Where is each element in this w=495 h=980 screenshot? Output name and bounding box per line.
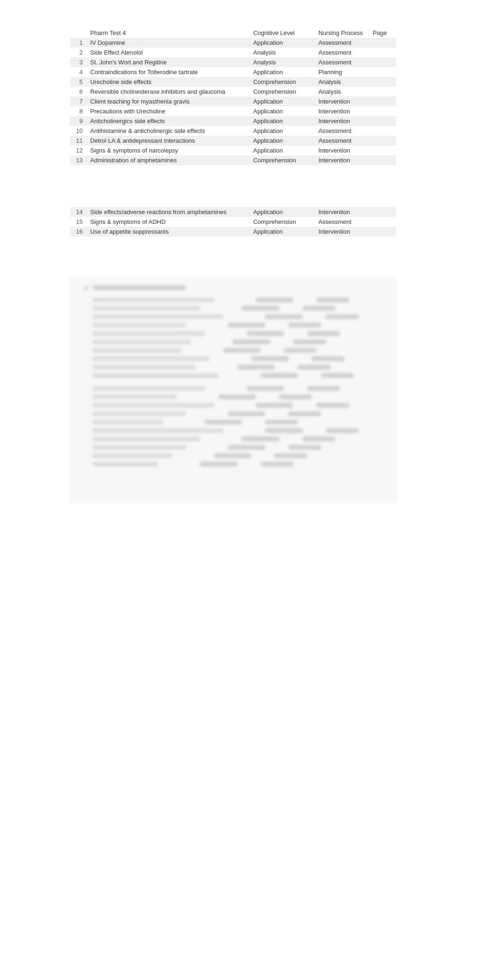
row-page <box>369 97 396 106</box>
blur-r4-topic <box>93 323 186 327</box>
table-row: 2 Side Effect Atenolol Analysis Assessme… <box>70 48 396 57</box>
row-topic: St. John's Wort and Regitine <box>87 57 250 67</box>
blur-r20-np <box>261 462 293 466</box>
row-topic: Side effects/adverse reactions from amph… <box>87 207 250 217</box>
blur-r15-cog <box>205 420 242 424</box>
blur-row-4 <box>75 322 391 328</box>
row-nursing: Assessment <box>315 38 369 48</box>
row-cognitive: Application <box>249 207 315 217</box>
main-table-1: Pharm Test 4 Cognitive Level Nursing Pro… <box>70 28 396 165</box>
table-row: 16 Use of appetite suppressants Applicat… <box>70 227 396 236</box>
row-topic: Detrol LA & antidepressant interactions <box>87 136 250 146</box>
blur-r7-cog <box>223 348 261 353</box>
section2-table: 14 Side effects/adverse reactions from a… <box>70 207 425 236</box>
blur-r1-np <box>316 298 349 302</box>
row-page <box>369 87 396 97</box>
row-cognitive: Comprehension <box>249 217 315 227</box>
blur-r8-cog <box>251 356 289 361</box>
blur-row-18 <box>75 444 391 451</box>
row-page <box>369 155 396 165</box>
row-topic: Urecholine side effects <box>87 77 250 87</box>
row-topic: Anticholinergics side effects <box>87 116 250 126</box>
blur-r15-np <box>265 420 298 424</box>
blur-r4-cog <box>228 323 265 327</box>
blur-r7-topic <box>93 348 181 353</box>
blur-r9-np <box>298 365 330 369</box>
table-row: 8 Precautions with Urecholine Applicatio… <box>70 106 396 116</box>
table-header-row: Pharm Test 4 Cognitive Level Nursing Pro… <box>70 28 396 38</box>
blur-r14-cog <box>228 411 265 416</box>
blur-row-20 <box>75 461 391 467</box>
blur-r13-np <box>316 403 349 408</box>
blur-r20-topic <box>93 462 158 466</box>
blur-row-17 <box>75 436 391 442</box>
blur-r18-np <box>289 445 321 450</box>
row-topic: Use of appetite suppressants <box>87 227 250 236</box>
blur-r17-num <box>75 437 89 441</box>
blur-row-7 <box>75 347 391 354</box>
row-cognitive: Comprehension <box>249 77 315 87</box>
row-num: 8 <box>70 106 87 116</box>
main-table-2: 14 Side effects/adverse reactions from a… <box>70 207 396 236</box>
row-num: 10 <box>70 126 87 136</box>
table-row: 10 Antihistamine & anticholinergic side … <box>70 126 396 136</box>
blur-section-label: 17 <box>75 284 391 294</box>
blur-r19-topic <box>93 453 172 458</box>
blur-r5-np <box>307 331 340 336</box>
blur-r16-cog <box>265 428 302 433</box>
gap-2 <box>70 255 425 278</box>
row-num: 4 <box>70 67 87 77</box>
blur-r15-num <box>75 420 89 424</box>
row-page <box>369 126 396 136</box>
blur-r10-np <box>321 373 354 378</box>
row-topic: Administration of amphetamines <box>87 155 250 165</box>
row-cognitive: Application <box>249 136 315 146</box>
row-nursing: Planning <box>315 67 369 77</box>
blur-r11-topic <box>93 386 205 391</box>
blur-row-9 <box>75 364 391 370</box>
row-cognitive: Application <box>249 97 315 106</box>
blur-r9-num <box>75 365 89 369</box>
blur-r17-cog <box>242 437 279 441</box>
blurred-content: 17 <box>70 278 396 502</box>
blur-r2-np <box>302 306 335 311</box>
blur-r14-topic <box>93 411 186 416</box>
row-num: 14 <box>70 207 87 217</box>
blur-r5-topic <box>93 331 205 336</box>
row-topic: Contraindications for Tolterodine tartra… <box>87 67 250 77</box>
blur-row-13 <box>75 402 391 409</box>
row-nursing: Intervention <box>315 146 369 155</box>
row-cognitive: Application <box>249 227 315 236</box>
row-num: 2 <box>70 48 87 57</box>
blur-r2-topic <box>93 306 200 311</box>
row-topic: Signs & symptoms of ADHD <box>87 217 250 227</box>
row-page <box>369 116 396 126</box>
blur-r8-num <box>75 356 89 361</box>
row-nursing: Assessment <box>315 217 369 227</box>
row-page <box>369 38 396 48</box>
table-row: 9 Anticholinergics side effects Applicat… <box>70 116 396 126</box>
blur-r7-np <box>284 348 316 353</box>
blur-r12-np <box>279 395 312 399</box>
row-nursing: Intervention <box>315 155 369 165</box>
row-nursing: Intervention <box>315 106 369 116</box>
col-header-page: Page <box>369 28 396 38</box>
blur-row-12 <box>75 394 391 400</box>
blur-r17-topic <box>93 437 200 441</box>
row-cognitive: Comprehension <box>249 87 315 97</box>
col-header-nursing: Nursing Process <box>315 28 369 38</box>
table-row: 11 Detrol LA & antidepressant interactio… <box>70 136 396 146</box>
row-cognitive: Comprehension <box>249 155 315 165</box>
blur-r1-cog <box>256 298 293 302</box>
blur-r7-num <box>75 348 89 353</box>
row-num: 6 <box>70 87 87 97</box>
row-page <box>369 48 396 57</box>
blur-r10-topic <box>93 373 219 378</box>
blur-num-17: 17 <box>75 285 89 293</box>
row-num: 9 <box>70 116 87 126</box>
table-row: 14 Side effects/adverse reactions from a… <box>70 207 396 217</box>
row-topic: Precautions with Urecholine <box>87 106 250 116</box>
row-page <box>369 207 396 217</box>
blur-r6-cog <box>233 340 270 344</box>
blur-r19-np <box>275 453 307 458</box>
